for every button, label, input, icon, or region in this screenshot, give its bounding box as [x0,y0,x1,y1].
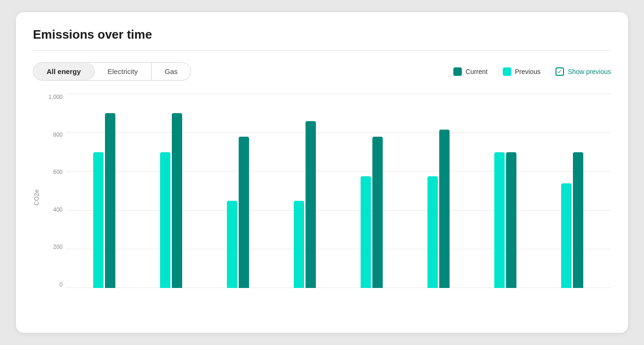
bar-group-8 [553,152,591,288]
bar-group-4 [286,121,324,288]
bar-current-2 [172,113,182,288]
bar-group-6 [419,130,457,288]
controls-row: All energy Electricity Gas Current Previ… [33,62,611,81]
y-labels: 1,000 800 600 400 200 0 [43,94,65,288]
current-label: Current [466,68,488,75]
legend: Current Previous ✓ Show previous [453,67,611,76]
bar-current-8 [573,152,583,288]
bar-current-6 [439,130,450,288]
show-previous-label: Show previous [568,68,611,75]
bar-group-1 [86,113,123,288]
bar-previous-1 [93,152,104,288]
legend-current: Current [453,67,488,76]
bar-current-4 [306,121,316,288]
bar-previous-7 [494,152,505,288]
previous-label: Previous [515,68,540,75]
bar-previous-6 [427,176,438,288]
bar-previous-2 [160,152,170,288]
y-axis-label: CO2e [33,189,40,205]
page-title: Emissions over time [33,27,611,42]
bar-previous-4 [294,201,304,288]
tab-electricity[interactable]: Electricity [95,63,152,80]
bar-group-2 [153,113,190,288]
y-tick-400: 400 [53,206,65,213]
tab-all-energy[interactable]: All energy [33,63,95,80]
bar-current-1 [105,113,115,288]
bar-group-5 [353,137,390,288]
y-tick-200: 200 [53,244,65,250]
tab-gas[interactable]: Gas [152,63,191,80]
card: Emissions over time All energy Electrici… [16,12,628,333]
y-tick-600: 600 [53,169,65,175]
bar-group-3 [219,137,257,288]
bar-previous-3 [227,201,237,288]
y-tick-0: 0 [59,281,65,288]
chart-wrapper: 1,000 800 600 400 200 0 [43,94,611,301]
show-previous-checkbox[interactable]: ✓ [555,67,564,76]
chart-inner: 1,000 800 600 400 200 0 [43,94,611,301]
y-tick-800: 800 [53,131,65,138]
tab-group: All energy Electricity Gas [33,62,191,81]
bar-previous-5 [361,176,371,288]
current-swatch [453,67,462,76]
divider [33,50,611,51]
bar-current-5 [372,137,383,288]
bar-group-7 [486,152,524,288]
bar-current-7 [506,152,516,288]
previous-swatch [503,67,511,76]
show-previous-toggle[interactable]: ✓ Show previous [555,67,611,76]
bars-container [65,94,611,288]
y-tick-1000: 1,000 [48,94,65,100]
bar-previous-8 [561,183,572,288]
legend-previous: Previous [503,67,540,76]
chart-area: CO2e 1,000 800 600 400 200 0 [33,94,611,301]
bar-current-3 [239,137,249,288]
